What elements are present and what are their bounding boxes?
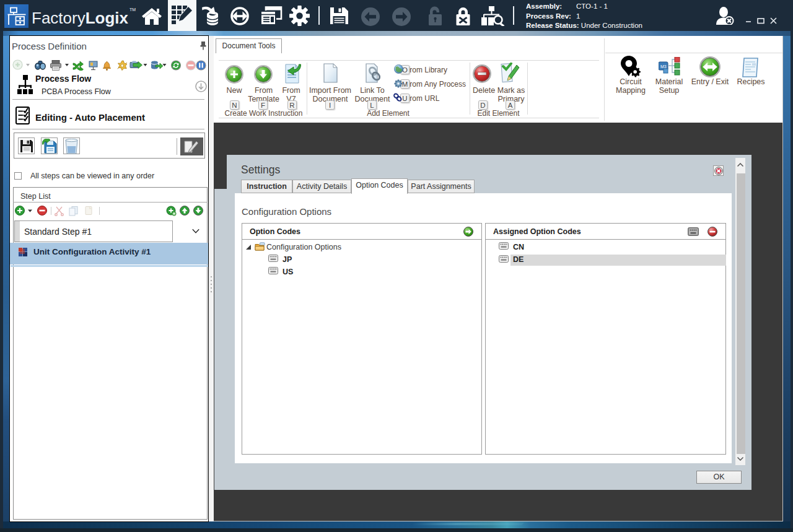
- svg-text:M3: M3: [660, 64, 667, 69]
